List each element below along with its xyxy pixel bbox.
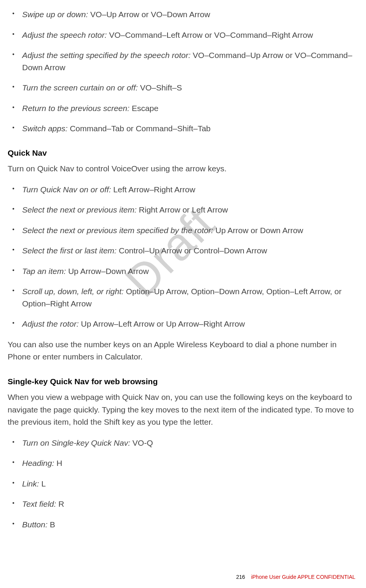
- action-label: Select the next or previous item:: [22, 205, 137, 214]
- action-value: Left Arrow–Right Arrow: [111, 185, 195, 194]
- action-value: VO–Shift–S: [138, 83, 182, 92]
- list-section-0: Swipe up or down: VO–Up Arrow or VO–Down…: [8, 8, 358, 135]
- list-item: Adjust the speech rotor: VO–Command–Left…: [22, 29, 358, 41]
- list-section-1: Turn Quick Nav on or off: Left Arrow–Rig…: [8, 184, 358, 330]
- list-item: Tap an item: Up Arrow–Down Arrow: [22, 265, 358, 277]
- list-item: Turn on Single-key Quick Nav: VO-Q: [22, 437, 358, 449]
- action-value: VO–Command–Left Arrow or VO–Command–Righ…: [107, 31, 313, 39]
- action-label: Switch apps:: [22, 124, 68, 133]
- action-value: Right Arrow or Left Arrow: [137, 205, 228, 214]
- page-content: Swipe up or down: VO–Up Arrow or VO–Down…: [8, 0, 358, 530]
- action-value: H: [54, 459, 62, 467]
- action-label: Tap an item:: [22, 267, 66, 275]
- action-label: Select the next or previous item specifi…: [22, 226, 213, 235]
- list-item: Select the first or last item: Control–U…: [22, 245, 358, 257]
- list-item: Adjust the rotor: Up Arrow–Left Arrow or…: [22, 318, 358, 330]
- action-label: Turn Quick Nav on or off:: [22, 185, 111, 194]
- list-section-2: Turn on Single-key Quick Nav: VO-Q Headi…: [8, 437, 358, 531]
- action-label: Scroll up, down, left, or right:: [22, 287, 124, 296]
- list-item: Swipe up or down: VO–Up Arrow or VO–Down…: [22, 8, 358, 21]
- action-label: Adjust the setting specified by the spee…: [22, 51, 190, 60]
- list-item: Switch apps: Command–Tab or Command–Shif…: [22, 122, 358, 135]
- action-value: Command–Tab or Command–Shift–Tab: [68, 124, 211, 133]
- action-label: Text field:: [22, 499, 56, 508]
- action-value: R: [56, 499, 64, 508]
- page-number: 216: [236, 574, 245, 580]
- footer-text: iPhone User Guide APPLE CONFIDENTIAL: [251, 574, 355, 580]
- action-label: Turn the screen curtain on or off:: [22, 83, 138, 92]
- heading-single-key: Single-key Quick Nav for web browsing: [8, 375, 358, 388]
- list-item: Scroll up, down, left, or right: Option–…: [22, 285, 358, 309]
- action-value: VO–Up Arrow or VO–Down Arrow: [88, 10, 210, 19]
- list-item: Return to the previous screen: Escape: [22, 102, 358, 114]
- action-label: Swipe up or down:: [22, 10, 88, 19]
- action-value: Up Arrow–Down Arrow: [66, 267, 149, 275]
- list-item: Adjust the setting specified by the spee…: [22, 49, 358, 73]
- action-value: Up Arrow–Left Arrow or Up Arrow–Right Ar…: [79, 319, 245, 328]
- intro-quick-nav: Turn on Quick Nav to control VoiceOver u…: [8, 163, 358, 175]
- page-footer: 216 iPhone User Guide APPLE CONFIDENTIAL: [236, 573, 355, 581]
- intro-single-key: When you view a webpage with Quick Nav o…: [8, 391, 358, 429]
- outro-quick-nav: You can also use the number keys on an A…: [8, 338, 358, 363]
- heading-quick-nav: Quick Nav: [8, 147, 358, 159]
- action-value: Up Arrow or Down Arrow: [213, 226, 303, 235]
- action-label: Select the first or last item:: [22, 246, 116, 255]
- action-value: L: [39, 479, 46, 488]
- action-label: Turn on Single-key Quick Nav:: [22, 438, 130, 447]
- list-item: Heading: H: [22, 457, 358, 469]
- list-item: Text field: R: [22, 498, 358, 510]
- list-item: Turn the screen curtain on or off: VO–Sh…: [22, 82, 358, 94]
- action-label: Adjust the rotor:: [22, 319, 79, 328]
- action-label: Button:: [22, 520, 48, 529]
- action-label: Heading:: [22, 459, 54, 467]
- action-value: VO-Q: [130, 438, 153, 447]
- action-value: Control–Up Arrow or Control–Down Arrow: [116, 246, 267, 255]
- action-value: B: [48, 520, 55, 529]
- list-item: Link: L: [22, 478, 358, 490]
- list-item: Select the next or previous item: Right …: [22, 204, 358, 216]
- list-item: Turn Quick Nav on or off: Left Arrow–Rig…: [22, 184, 358, 196]
- action-label: Return to the previous screen:: [22, 104, 129, 113]
- list-item: Select the next or previous item specifi…: [22, 224, 358, 237]
- action-label: Adjust the speech rotor:: [22, 31, 107, 39]
- action-value: Escape: [129, 104, 158, 113]
- list-item: Button: B: [22, 519, 358, 531]
- action-label: Link:: [22, 479, 39, 488]
